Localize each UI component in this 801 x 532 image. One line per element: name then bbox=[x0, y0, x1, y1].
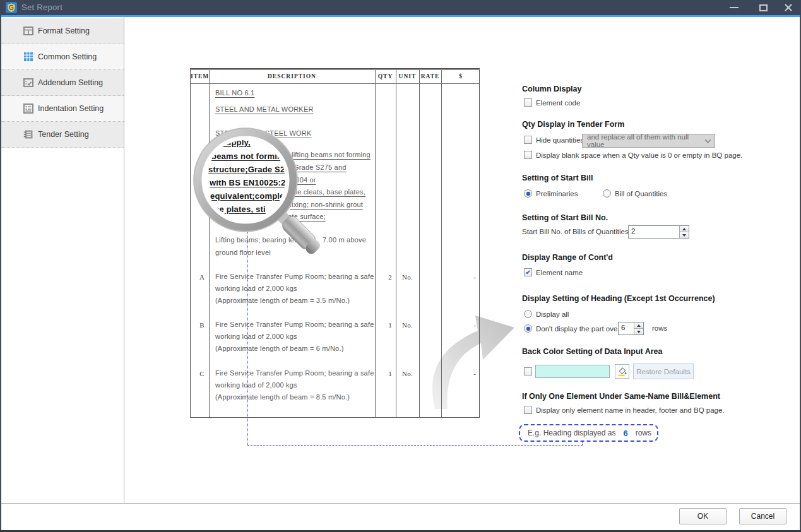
element-name-row[interactable]: Element name bbox=[524, 268, 583, 276]
section-heading-column-display: Column Display bbox=[522, 85, 581, 93]
sidebar-item-indentation-setting[interactable]: Indentation Setting bbox=[1, 96, 124, 122]
element-code-row[interactable]: Element code bbox=[524, 98, 580, 107]
sidebar-item-format-setting[interactable]: Format Setting bbox=[1, 18, 124, 44]
row-desc-line: working load of 2,000 kgs bbox=[215, 285, 297, 292]
table-column-divider bbox=[441, 70, 442, 417]
cancel-button-label: Cancel bbox=[751, 512, 774, 521]
magnifier-text-line: with BS EN10025:2 bbox=[210, 178, 285, 187]
window-border bbox=[0, 15, 1, 532]
section-heading-heading-display: Display Setting of Heading (Except 1st O… bbox=[522, 294, 715, 303]
restore-defaults-button[interactable]: Restore Defaults bbox=[633, 364, 694, 379]
paint-bucket-icon bbox=[617, 366, 627, 377]
bill-of-quantities-label: Bill of Quantities bbox=[615, 190, 667, 198]
stepper-down-icon[interactable] bbox=[634, 328, 643, 334]
row-amount: - bbox=[441, 321, 476, 329]
col-header-qty: QTY bbox=[375, 73, 396, 80]
back-color-checkbox[interactable] bbox=[524, 367, 532, 375]
row-unit: No. bbox=[396, 370, 419, 377]
section-heading-start-bill-no: Setting of Start Bill No. bbox=[522, 213, 608, 222]
col-header-unit: UNIT bbox=[396, 73, 419, 80]
sidebar-item-addendum-setting[interactable]: Addendum Setting bbox=[1, 70, 124, 96]
format-setting-icon bbox=[23, 25, 34, 37]
blank-space-row[interactable]: Display blank space when a Qty value is … bbox=[524, 151, 742, 159]
sidebar-item-common-setting[interactable]: Common Setting bbox=[1, 44, 124, 70]
app-logo-icon bbox=[6, 2, 17, 13]
common-setting-icon bbox=[23, 51, 34, 62]
start-bill-no-label: Start Bill No. of Bills of Quantities: bbox=[522, 228, 631, 235]
magnifier-text-line: beams not formin bbox=[211, 151, 282, 161]
bill-no-line: BILL NO 6.1 bbox=[215, 89, 254, 97]
display-only-element-label: Display only element name in header, foo… bbox=[536, 406, 725, 414]
row-qty: 2 bbox=[375, 273, 392, 281]
addendum-setting-icon bbox=[23, 77, 34, 88]
row-amount: - bbox=[441, 273, 476, 281]
row-desc-line: working load of 2,000 kgs bbox=[215, 381, 297, 389]
display-all-option[interactable]: Display all bbox=[524, 310, 569, 318]
row-desc-line: working load of 2,000 kgs bbox=[215, 333, 297, 340]
start-bill-no-stepper[interactable]: 2 bbox=[628, 225, 689, 239]
row-item-letter: A bbox=[196, 273, 208, 281]
bill-of-quantities-option[interactable]: Bill of Quantities bbox=[603, 189, 667, 198]
annotation-connector-line bbox=[582, 441, 583, 446]
heading-example-callout: E.g. Heading displayed as 6 rows bbox=[519, 424, 658, 442]
color-picker-button[interactable] bbox=[615, 364, 629, 379]
stepper-up-icon[interactable] bbox=[680, 226, 689, 232]
bill-title-line: STEEL AND METAL WORKER bbox=[215, 105, 314, 113]
heading-rows-value[interactable]: 6 bbox=[619, 322, 634, 334]
hide-quantities-label: Hide quantities bbox=[536, 136, 584, 144]
annotation-horizontal-line bbox=[247, 445, 583, 446]
blank-space-checkbox[interactable] bbox=[524, 151, 532, 159]
display-all-radio[interactable] bbox=[524, 310, 532, 318]
section-heading-contd: Display Range of Cont'd bbox=[522, 253, 613, 262]
col-header-description: DESCRIPTION bbox=[209, 73, 375, 80]
example-rows-value: 6 bbox=[623, 429, 627, 438]
row-desc-line: Fire Service Transfer Pump Room; bearing… bbox=[215, 273, 374, 280]
section-heading-one-element: If Only One Element Under Same-Name Bill… bbox=[522, 392, 720, 401]
row-item-letter: B bbox=[196, 321, 208, 329]
row-desc-line: Fire Service Transfer Pump Room; bearing… bbox=[215, 369, 374, 377]
rows-suffix: rows bbox=[652, 324, 667, 332]
replace-qty-dropdown-value: and replace all of them with null value bbox=[587, 133, 706, 148]
restore-defaults-label: Restore Defaults bbox=[636, 368, 691, 375]
sidebar-item-tender-setting[interactable]: Tender Setting bbox=[1, 122, 124, 148]
row-unit: No. bbox=[396, 273, 419, 281]
tender-setting-icon bbox=[23, 129, 34, 140]
stepper-down-icon[interactable] bbox=[680, 232, 689, 238]
dont-display-radio[interactable] bbox=[524, 324, 532, 333]
col-header-amount: $ bbox=[441, 73, 480, 80]
example-suffix: rows bbox=[636, 429, 651, 437]
row-desc-line: (Approximate length of beam = 8.5 m/No.) bbox=[215, 393, 350, 401]
display-all-label: Display all bbox=[536, 310, 569, 318]
sidebar-item-label: Format Setting bbox=[38, 27, 90, 35]
start-bill-no-label-row: Start Bill No. of Bills of Quantities: bbox=[522, 228, 631, 235]
display-only-element-checkbox[interactable] bbox=[524, 406, 532, 414]
blank-space-label: Display blank space when a Qty value is … bbox=[536, 151, 742, 159]
footer-divider bbox=[0, 503, 801, 504]
element-name-checkbox[interactable] bbox=[524, 268, 532, 276]
col-header-item: ITEM bbox=[191, 73, 209, 80]
preliminaries-radio[interactable] bbox=[524, 189, 532, 198]
ok-button[interactable]: OK bbox=[679, 508, 727, 524]
section-heading-start-bill: Setting of Start Bill bbox=[522, 174, 593, 182]
sidebar-item-label: Addendum Setting bbox=[38, 78, 103, 87]
section-heading-back-color: Back Color Setting of Data Input Area bbox=[522, 347, 662, 356]
dont-display-option[interactable]: Don't display the part over bbox=[524, 324, 620, 333]
row-unit: No. bbox=[396, 321, 419, 329]
display-only-element-row[interactable]: Display only element name in header, foo… bbox=[524, 406, 725, 414]
element-code-label: Element code bbox=[536, 99, 580, 107]
magnifier-text-line: se plates, sti bbox=[215, 204, 266, 214]
window-title: Set Report bbox=[21, 3, 62, 12]
replace-qty-dropdown[interactable]: and replace all of them with null value bbox=[582, 134, 715, 148]
hide-quantities-row[interactable]: Hide quantities bbox=[524, 136, 584, 144]
element-code-checkbox[interactable] bbox=[524, 98, 532, 107]
stepper-up-icon[interactable] bbox=[634, 322, 643, 328]
table-column-divider bbox=[396, 70, 396, 417]
back-color-swatch[interactable] bbox=[535, 365, 610, 378]
hide-quantities-checkbox[interactable] bbox=[524, 136, 532, 144]
start-bill-no-value[interactable]: 2 bbox=[629, 226, 679, 238]
preliminaries-option[interactable]: Preliminaries bbox=[524, 189, 578, 198]
heading-rows-stepper[interactable]: 6 bbox=[618, 322, 644, 335]
row-amount: - bbox=[441, 370, 476, 377]
cancel-button[interactable]: Cancel bbox=[739, 508, 786, 524]
bill-of-quantities-radio[interactable] bbox=[603, 189, 611, 198]
